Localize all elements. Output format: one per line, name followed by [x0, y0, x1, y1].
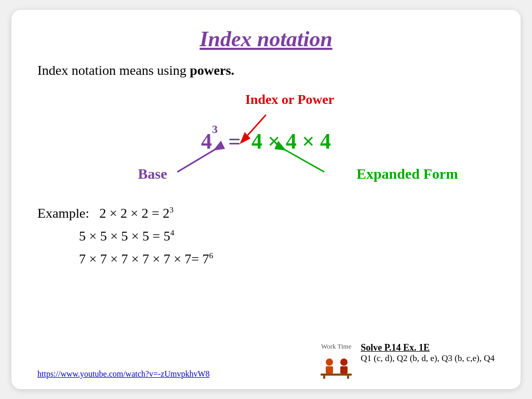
homework-title: Solve P.14 Ex. 1E — [361, 342, 495, 353]
intro-before-bold: Index notation means using — [37, 63, 190, 78]
svg-rect-4 — [321, 374, 352, 376]
math-exponent: 3 — [212, 123, 218, 136]
example-label: Example: — [37, 206, 89, 221]
intro-text: Index notation means using powers. — [37, 63, 495, 78]
label-base: Base — [138, 166, 167, 182]
svg-rect-6 — [347, 376, 349, 379]
url-link[interactable]: https://www.youtube.com/watch?v=-zUmvpkh… — [37, 369, 209, 379]
example-line-1: 5 × 5 × 5 × 5 = 54 — [79, 225, 495, 248]
math-base: 4 — [201, 129, 212, 154]
slide: Index notation Index notation means usin… — [11, 10, 521, 389]
example-line-0: Example: 2 × 2 × 2 = 23 — [37, 202, 495, 225]
exp-3a: 3 — [169, 205, 174, 214]
bottom-area: https://www.youtube.com/watch?v=-zUmvpkh… — [11, 342, 521, 379]
people-icons-svg — [318, 354, 354, 379]
svg-rect-5 — [323, 376, 325, 379]
work-time-area: Work Time Solve P.14 Ex. 1E Q1 — [318, 342, 495, 379]
work-time-icon: Work Time — [318, 342, 354, 379]
math-expanded: 4 × 4 × 4 — [251, 129, 331, 154]
exp-4: 4 — [170, 229, 175, 237]
homework-body: Q1 (c, d), Q2 (b, d, e), Q3 (b, c,e), Q4 — [361, 353, 495, 364]
math-expression: 43 = 4 × 4 × 4 — [201, 129, 331, 154]
work-time-label: Work Time — [321, 342, 352, 351]
svg-rect-10 — [340, 366, 348, 374]
diagram-area: Index or Power 43 = 4 × 4 × 4 Base Expan… — [37, 88, 495, 197]
homework-text: Solve P.14 Ex. 1E Q1 (c, d), Q2 (b, d, e… — [361, 342, 495, 364]
math-equals: = — [223, 129, 246, 154]
svg-point-9 — [340, 358, 348, 366]
exp-6: 6 — [209, 251, 213, 260]
label-index-power: Index or Power — [245, 92, 334, 108]
svg-point-7 — [326, 358, 333, 366]
example-line-2: 7 × 7 × 7 × 7 × 7 × 7= 76 — [79, 248, 495, 271]
svg-rect-8 — [326, 366, 333, 374]
page-title: Index notation — [37, 26, 495, 51]
label-expanded: Expanded Form — [356, 166, 458, 182]
examples-section: Example: 2 × 2 × 2 = 23 5 × 5 × 5 × 5 = … — [37, 202, 495, 271]
intro-bold: powers. — [190, 63, 234, 78]
